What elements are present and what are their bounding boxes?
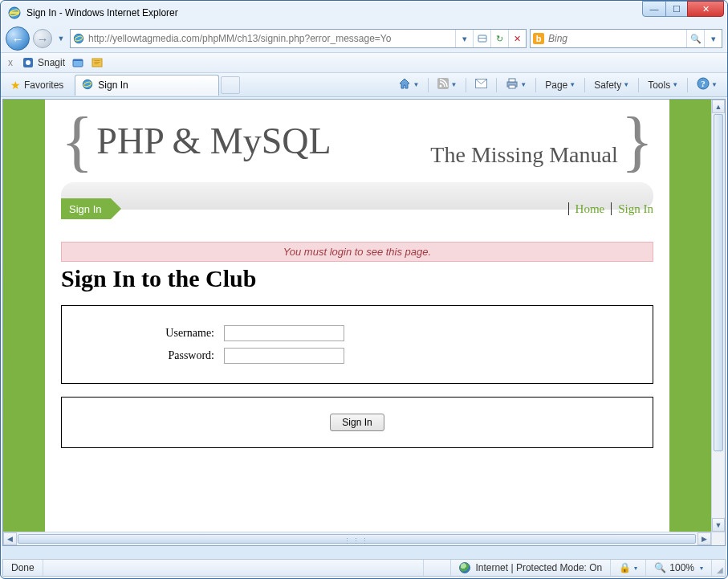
titlebar: Sign In - Windows Internet Explorer — ☐ … — [1, 1, 727, 25]
page-scroll: { PHP & MySQL The Missing Manual } Sign … — [3, 100, 711, 532]
home-icon — [398, 77, 411, 92]
home-button[interactable]: ▼ — [395, 75, 422, 94]
vertical-scrollbar[interactable]: ▲ ▼ — [711, 100, 725, 532]
globe-icon — [459, 562, 470, 573]
tab-title: Sign In — [98, 80, 128, 91]
print-button[interactable]: ▼ — [502, 76, 530, 93]
search-input[interactable] — [547, 32, 686, 45]
tab-signin[interactable]: Sign In — [75, 75, 219, 96]
web-page: { PHP & MySQL The Missing Manual } Sign … — [3, 100, 711, 532]
security-zone[interactable]: Internet | Protected Mode: On — [451, 560, 611, 576]
password-label: Password: — [78, 349, 214, 362]
nav-history-dropdown[interactable]: ▼ — [55, 31, 67, 47]
nav-link-home[interactable]: Home — [575, 202, 605, 216]
scroll-up-button[interactable]: ▲ — [712, 100, 725, 113]
scroll-down-button[interactable]: ▼ — [712, 518, 725, 532]
separator — [687, 78, 688, 92]
grip-icon: ⋮⋮⋮ — [344, 537, 370, 545]
page-menu[interactable]: Page▼ — [542, 78, 579, 92]
help-button[interactable]: ? ▼ — [693, 75, 721, 94]
stop-button[interactable]: ✕ — [508, 30, 526, 47]
favorites-label: Favorites — [24, 80, 63, 91]
browser-window: Sign In - Windows Internet Explorer — ☐ … — [0, 0, 728, 579]
svg-point-9 — [26, 60, 31, 65]
ie-icon — [7, 6, 22, 20]
forward-button[interactable]: → — [33, 29, 52, 48]
maximize-button[interactable]: ☐ — [665, 1, 688, 17]
zone-label: Internet | Protected Mode: On — [475, 562, 602, 573]
svg-rect-5 — [478, 38, 486, 39]
site-subtitle: The Missing Manual — [430, 142, 617, 168]
page-content: { PHP & MySQL The Missing Manual } Sign … — [45, 100, 669, 480]
separator — [535, 78, 536, 92]
password-input[interactable] — [224, 348, 344, 364]
nav-divider — [611, 202, 612, 215]
nav-link-signin[interactable]: Sign In — [618, 202, 653, 216]
read-mail-button[interactable] — [472, 77, 490, 92]
username-field-row: Username: — [78, 325, 636, 341]
svg-text:?: ? — [701, 79, 706, 88]
vscroll-thumb[interactable] — [714, 114, 723, 451]
hscroll-thumb[interactable]: ⋮⋮⋮ — [18, 534, 696, 544]
new-tab-button[interactable] — [221, 76, 240, 94]
protected-mode-icon[interactable]: 🔒▾ — [611, 560, 646, 576]
site-title: PHP & MySQL — [96, 120, 331, 162]
separator — [584, 78, 585, 92]
close-toolbar-button[interactable]: x — [6, 57, 15, 68]
command-bar: ▼ ▼ ▼ Page▼ Safety▼ — [395, 75, 724, 94]
page-heading: Sign In to the Club — [61, 265, 653, 292]
horizontal-scrollbar[interactable]: ◀ ⋮⋮⋮ ▶ — [3, 532, 725, 545]
address-bar: ▾ ↻ ✕ — [70, 29, 527, 48]
scroll-left-button[interactable]: ◀ — [3, 532, 17, 545]
svg-rect-14 — [95, 62, 100, 63]
snagit-icon — [22, 56, 35, 69]
site-subtitle-wrap: The Missing Manual } — [430, 114, 653, 168]
search-go-button[interactable]: 🔍 — [686, 30, 704, 47]
svg-rect-13 — [95, 60, 100, 61]
page-icon — [71, 33, 87, 44]
username-input[interactable] — [224, 325, 344, 341]
password-field-row: Password: — [78, 348, 636, 364]
svg-rect-4 — [478, 35, 486, 42]
brace-right-icon: } — [621, 114, 653, 168]
signin-button[interactable]: Sign In — [330, 414, 384, 431]
rss-icon — [437, 78, 449, 92]
safety-menu[interactable]: Safety▼ — [591, 78, 632, 92]
minimize-button[interactable]: — — [642, 1, 666, 17]
content-viewport: { PHP & MySQL The Missing Manual } Sign … — [2, 99, 726, 546]
separator — [638, 78, 639, 92]
breadcrumb-label: Sign In — [69, 203, 101, 215]
address-dropdown[interactable]: ▾ — [455, 30, 473, 47]
nav-divider — [568, 202, 569, 215]
status-popup-blocker[interactable] — [424, 560, 451, 576]
refresh-button[interactable]: ↻ — [490, 30, 508, 47]
snagit-editor-icon[interactable] — [91, 56, 104, 69]
zoom-dropdown-icon: ▾ — [700, 565, 703, 572]
zoom-control[interactable]: 🔍 100% ▾ — [646, 560, 712, 576]
navigation-row: ← → ▼ ▾ ↻ ✕ b 🔍 ▾ — [1, 25, 727, 52]
page-bg-left — [3, 100, 45, 532]
page-bg-right — [669, 100, 711, 532]
separator — [466, 78, 466, 92]
snagit-toolbar: x Snagit — [1, 52, 727, 73]
snagit-button[interactable]: Snagit — [22, 56, 65, 69]
svg-rect-23 — [509, 85, 515, 88]
lock-icon: 🔒 — [619, 562, 631, 573]
feeds-button[interactable]: ▼ — [434, 76, 460, 93]
scroll-right-button[interactable]: ▶ — [697, 532, 711, 545]
favorites-button[interactable]: ★ Favorites — [4, 76, 70, 94]
window-title: Sign In - Windows Internet Explorer — [26, 7, 178, 18]
close-button[interactable]: ✕ — [687, 1, 724, 17]
address-input[interactable] — [87, 33, 455, 44]
tools-menu[interactable]: Tools▼ — [645, 78, 681, 92]
svg-point-19 — [440, 85, 442, 88]
compat-view-button[interactable] — [473, 30, 490, 47]
snagit-label: Snagit — [38, 57, 65, 68]
snagit-capture-icon[interactable] — [71, 56, 84, 69]
search-dropdown[interactable]: ▾ — [704, 30, 722, 47]
resize-grip[interactable]: ◢ — [712, 560, 725, 576]
back-button[interactable]: ← — [6, 27, 30, 51]
separator — [496, 78, 497, 92]
scroll-corner — [711, 532, 725, 545]
nav-row: Sign In Home Sign In — [61, 198, 653, 219]
